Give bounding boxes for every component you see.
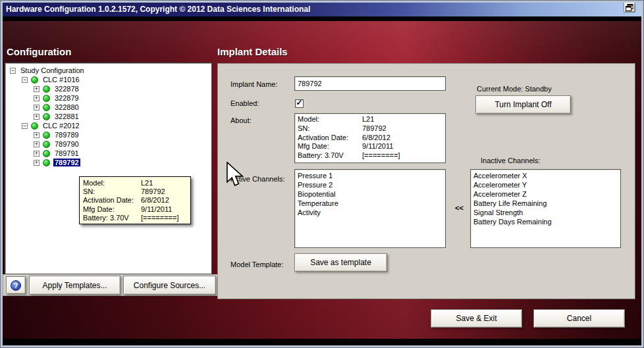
tree-item-322879[interactable]: +322879 [5, 93, 211, 103]
expand-icon[interactable]: + [34, 86, 40, 92]
tree-item-label[interactable]: 789789 [53, 131, 80, 139]
tree-item-322880[interactable]: +322880 [5, 103, 211, 112]
tree-item-789789[interactable]: +789789 [5, 130, 211, 139]
expand-icon[interactable]: + [34, 132, 40, 138]
implant-name-input[interactable] [294, 76, 446, 91]
help-button[interactable]: ? [6, 276, 26, 294]
inactive-channels-label: Inactive Channels: [481, 157, 541, 164]
expand-icon[interactable]: + [34, 160, 40, 166]
info-label: SN: [83, 187, 141, 196]
configure-sources-button[interactable]: Configure Sources... [123, 276, 216, 295]
status-led-green-icon [43, 150, 50, 157]
tree-item-study-configuration[interactable]: −Study Configuration [5, 66, 211, 75]
tree-item-label[interactable]: 322880 [53, 103, 80, 111]
about-box: Model:L21SN:789792Activation Date:6/8/20… [294, 113, 446, 163]
tree-item-label[interactable]: CLC #2012 [41, 122, 81, 130]
inactive-channels-list[interactable]: Accelerometer XAccelerometer YAccelerome… [470, 169, 621, 248]
info-value: 789792 [362, 124, 387, 134]
status-led-green-icon [43, 159, 50, 166]
implant-name-label: Implant Name: [230, 80, 278, 88]
status-led-green-icon [31, 122, 38, 130]
apply-templates-button[interactable]: Apply Templates... [29, 276, 121, 295]
info-label: Activation Date: [298, 134, 362, 143]
tree-item-label[interactable]: CLC #1016 [41, 76, 81, 84]
restore-window-button[interactable] [624, 2, 635, 12]
status-led-green-icon [43, 132, 50, 139]
enabled-label: Enabled: [230, 99, 259, 107]
info-value: 6/8/2012 [141, 196, 169, 205]
turn-implant-off-button[interactable]: Turn Implant Off [475, 95, 571, 114]
info-value: 6/8/2012 [362, 134, 390, 143]
tree-item-label[interactable]: 322879 [53, 94, 80, 102]
info-row: Activation Date:6/8/2012 [83, 196, 187, 205]
list-item[interactable]: Pressure 2 [298, 180, 443, 189]
list-item[interactable]: Signal Strength [473, 208, 618, 217]
info-value: 9/11/2011 [141, 205, 172, 214]
tree-item-789790[interactable]: +789790 [5, 139, 211, 149]
info-label: Model: [298, 115, 362, 124]
tree-item-789791[interactable]: +789791 [5, 149, 211, 158]
enabled-checkbox[interactable] [295, 99, 304, 108]
about-label: About: [230, 116, 252, 124]
info-value: [========] [362, 151, 400, 161]
tree-item-label[interactable]: Study Configuration [19, 66, 86, 74]
info-row: Model:L21 [298, 115, 443, 124]
info-row: Battery: 3.70V[========] [83, 214, 187, 222]
implant-tooltip: Model:L21SN:789792Activation Date:6/8/20… [79, 176, 191, 224]
info-row: Battery: 3.70V[========] [298, 151, 443, 161]
expand-icon[interactable]: + [34, 105, 40, 111]
list-item[interactable]: Accelerometer Y [473, 180, 618, 189]
tree-item-322881[interactable]: +322881 [5, 112, 211, 121]
list-item[interactable]: Accelerometer Z [473, 189, 618, 199]
expand-icon[interactable]: + [34, 95, 40, 101]
info-value: L21 [362, 115, 374, 124]
list-item[interactable]: Battery Days Remaining [473, 217, 618, 226]
collapse-icon[interactable]: − [22, 77, 28, 83]
tree-item-label[interactable]: 322878 [53, 85, 80, 93]
status-led-green-icon [43, 104, 50, 111]
help-icon: ? [11, 280, 21, 291]
info-value: 9/11/2011 [362, 142, 393, 151]
info-row: SN:789792 [83, 187, 187, 196]
current-mode-label: Current Mode: Standby [477, 85, 552, 93]
collapse-icon[interactable]: − [22, 123, 28, 129]
info-row: Model:L21 [83, 179, 187, 187]
list-item[interactable]: Biopotential [298, 189, 443, 199]
tree-item-label[interactable]: 789792 [53, 159, 80, 166]
status-led-green-icon [43, 113, 50, 120]
tree-item-789792[interactable]: +789792 [5, 158, 211, 167]
status-led-green-icon [43, 95, 50, 102]
info-value: [========] [141, 214, 179, 222]
tree-item-clc-1016[interactable]: −CLC #1016 [5, 75, 211, 84]
model-template-label: Model Template: [230, 261, 284, 268]
window-title: Hardware Configuration 1.0.2.1572, Copyr… [6, 5, 310, 14]
list-item[interactable]: Pressure 1 [298, 171, 443, 180]
tree-item-clc-2012[interactable]: −CLC #2012 [5, 121, 211, 130]
list-item[interactable]: Battery Life Remaining [473, 199, 618, 208]
expand-icon[interactable]: + [34, 151, 40, 157]
cancel-button[interactable]: Cancel [533, 309, 625, 328]
save-exit-button[interactable]: Save & Exit [431, 309, 522, 328]
list-item[interactable]: Temperature [298, 199, 443, 208]
save-as-template-button[interactable]: Save as template [294, 253, 387, 272]
tree-item-label[interactable]: 789790 [53, 140, 80, 148]
expand-icon[interactable]: + [34, 114, 40, 120]
list-item[interactable]: Accelerometer X [473, 171, 618, 180]
info-label: SN: [298, 124, 362, 134]
status-led-green-icon [43, 141, 50, 148]
info-label: Mfg Date: [83, 205, 141, 214]
expand-icon[interactable]: + [34, 141, 40, 147]
tree-item-label[interactable]: 322881 [53, 112, 80, 120]
hardware-configuration-window: Hardware Configuration 1.0.2.1572, Copyr… [0, 0, 644, 348]
info-value: L21 [141, 179, 153, 187]
active-channels-list[interactable]: Pressure 1Pressure 2BiopotentialTemperat… [294, 169, 446, 248]
move-to-active-icon[interactable]: << [455, 204, 464, 212]
info-row: Mfg Date:9/11/2011 [83, 205, 187, 214]
config-tree[interactable]: −Study Configuration−CLC #1016+322878+32… [5, 62, 212, 274]
collapse-icon[interactable]: − [10, 68, 16, 74]
tree-item-label[interactable]: 789791 [53, 149, 80, 157]
restore-window-icon [626, 4, 633, 11]
status-led-green-icon [31, 76, 38, 84]
tree-item-322878[interactable]: +322878 [5, 84, 211, 93]
list-item[interactable]: Activity [298, 208, 443, 217]
